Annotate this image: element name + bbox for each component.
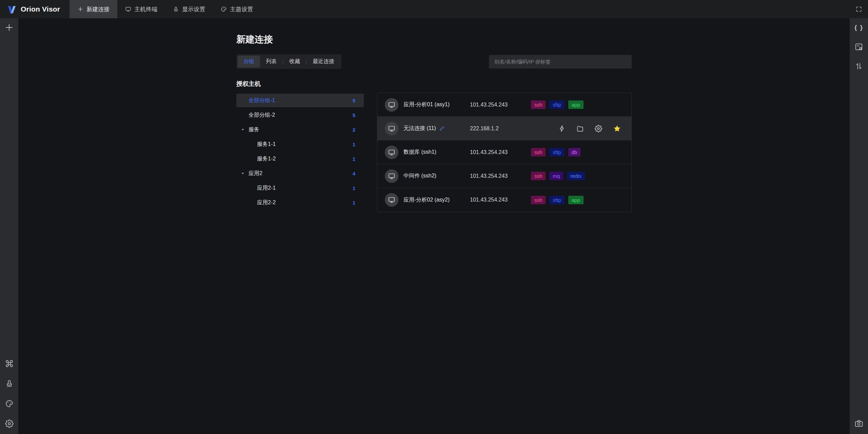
stamp-button[interactable] bbox=[4, 378, 14, 389]
star-icon bbox=[613, 125, 621, 133]
gear-icon bbox=[595, 125, 602, 132]
body-row: 新建连接 分组列表收藏最近连接 授权主机 全部分组-15全部分组-25服务2服务… bbox=[0, 18, 868, 434]
host-tag: sftp bbox=[549, 148, 564, 156]
braces-button[interactable]: { } bbox=[854, 22, 864, 33]
tree-item-label: 应用2 bbox=[249, 170, 262, 177]
folder-action-button[interactable] bbox=[576, 125, 584, 132]
host-ip: 101.43.254.243 bbox=[470, 149, 531, 155]
top-tab[interactable]: 显示设置 bbox=[165, 0, 213, 18]
tree-item[interactable]: 全部分组-15 bbox=[236, 94, 364, 107]
camera-button[interactable] bbox=[854, 418, 864, 429]
pencil-icon bbox=[439, 126, 445, 131]
main-area: 新建连接 分组列表收藏最近连接 授权主机 全部分组-15全部分组-25服务2服务… bbox=[18, 18, 850, 434]
host-tags: sshmqredis bbox=[531, 172, 585, 180]
right-sidebar: { } bbox=[850, 18, 868, 434]
orion-visor-logo-icon bbox=[7, 4, 17, 14]
tree-item[interactable]: 应用2-11 bbox=[236, 181, 364, 195]
host-name: 数据库 (ssh1) bbox=[403, 149, 436, 156]
host-tag: db bbox=[568, 148, 581, 156]
left-sidebar-top bbox=[4, 18, 14, 33]
host-tag: ssh bbox=[531, 172, 546, 180]
search-input[interactable] bbox=[494, 59, 626, 64]
host-row[interactable]: 中间件 (ssh2)101.43.254.243sshmqredis bbox=[377, 164, 631, 188]
view-segmented-control: 分组列表收藏最近连接 bbox=[236, 54, 341, 69]
tree-item[interactable]: 服务2 bbox=[236, 123, 364, 136]
host-tag: mq bbox=[549, 172, 563, 180]
host-tag: ssh bbox=[531, 196, 546, 204]
sort-vertical-icon bbox=[854, 62, 863, 71]
segment-separator bbox=[306, 59, 307, 64]
topbar-spacer bbox=[261, 0, 850, 18]
view-tab[interactable]: 分组 bbox=[238, 56, 260, 68]
tree-item-count: 5 bbox=[353, 112, 355, 118]
tree-item-count: 2 bbox=[353, 127, 355, 133]
segment-separator bbox=[283, 59, 283, 64]
monitor-icon bbox=[388, 172, 395, 180]
gear-action-button[interactable] bbox=[595, 125, 602, 132]
command-button[interactable] bbox=[4, 358, 14, 369]
tree-item-label: 应用2-1 bbox=[257, 185, 276, 192]
plus-button[interactable] bbox=[4, 22, 14, 33]
tree-item[interactable]: 应用24 bbox=[236, 167, 364, 180]
view-tab[interactable]: 列表 bbox=[260, 56, 282, 68]
lightning-icon bbox=[558, 125, 566, 132]
host-name: 应用-分析01 (asy1) bbox=[403, 101, 450, 108]
lightning-action-button[interactable] bbox=[558, 125, 566, 132]
view-tab[interactable]: 最近连接 bbox=[307, 56, 340, 68]
fullscreen-button[interactable] bbox=[850, 0, 868, 18]
braces-icon: { } bbox=[854, 24, 863, 31]
tree-item[interactable]: 服务1-11 bbox=[236, 137, 364, 151]
sort-vertical-button[interactable] bbox=[854, 61, 864, 71]
brand-name: Orion Visor bbox=[21, 5, 60, 13]
host-tag: sftp bbox=[549, 100, 564, 109]
tree-item-count: 1 bbox=[353, 185, 355, 191]
palette-icon bbox=[5, 399, 14, 408]
top-tab[interactable]: 主题设置 bbox=[213, 0, 261, 18]
host-avatar bbox=[385, 146, 398, 159]
fullscreen-icon bbox=[855, 6, 862, 13]
top-tab-label: 主机终端 bbox=[134, 5, 157, 13]
edit-host-button[interactable] bbox=[439, 126, 445, 131]
caret-down-icon[interactable] bbox=[241, 128, 244, 131]
tree-header: 授权主机 bbox=[236, 80, 364, 88]
gear-button[interactable] bbox=[4, 418, 14, 429]
tree-item-count: 1 bbox=[353, 141, 355, 147]
host-tag: ssh bbox=[531, 100, 546, 109]
form-doc-icon bbox=[854, 42, 863, 51]
tree-item-label: 服务1-1 bbox=[257, 141, 276, 148]
host-row[interactable]: 无法连接 (11)222.168.1.2 bbox=[377, 117, 631, 140]
host-row[interactable]: 应用-分析02 (asy2)101.43.254.243sshsftpapp bbox=[377, 188, 631, 212]
top-tab[interactable]: 主机终端 bbox=[117, 0, 165, 18]
top-tab-label: 显示设置 bbox=[182, 5, 205, 13]
form-doc-button[interactable] bbox=[854, 42, 864, 52]
right-sidebar-bottom bbox=[854, 418, 864, 434]
monitor-icon bbox=[388, 196, 395, 204]
tree-item-count: 1 bbox=[353, 156, 355, 162]
host-tag: sftp bbox=[549, 196, 564, 204]
host-ip: 101.43.254.243 bbox=[470, 102, 531, 108]
brand: Orion Visor bbox=[0, 0, 70, 18]
host-row[interactable]: 数据库 (ssh1)101.43.254.243sshsftpdb bbox=[377, 140, 631, 164]
right-sidebar-top: { } bbox=[854, 18, 864, 71]
palette-button[interactable] bbox=[4, 398, 14, 409]
camera-icon bbox=[854, 419, 863, 428]
columns: 授权主机 全部分组-15全部分组-25服务2服务1-11服务1-21应用24应用… bbox=[236, 80, 632, 212]
tree-item[interactable]: 服务1-21 bbox=[236, 152, 364, 166]
plus-icon bbox=[77, 6, 83, 12]
host-name: 无法连接 (11) bbox=[403, 125, 436, 132]
tree-item-label: 应用2-2 bbox=[257, 199, 276, 206]
top-tab[interactable]: 新建连接 bbox=[70, 0, 117, 18]
folder-icon bbox=[576, 125, 584, 132]
host-actions bbox=[558, 125, 621, 133]
caret-down-icon[interactable] bbox=[241, 172, 244, 175]
top-bar: Orion Visor 新建连接主机终端显示设置主题设置 bbox=[0, 0, 868, 18]
tree-item[interactable]: 全部分组-25 bbox=[236, 108, 364, 122]
star-action-button[interactable] bbox=[613, 125, 621, 133]
host-ip: 101.43.254.243 bbox=[470, 197, 531, 203]
view-tab[interactable]: 收藏 bbox=[283, 56, 306, 68]
host-row[interactable]: 应用-分析01 (asy1)101.43.254.243sshsftpapp bbox=[377, 93, 631, 117]
command-icon bbox=[5, 359, 14, 368]
tree-item[interactable]: 应用2-21 bbox=[236, 196, 364, 209]
top-tab-label: 新建连接 bbox=[86, 5, 110, 13]
monitor-icon bbox=[388, 101, 395, 109]
